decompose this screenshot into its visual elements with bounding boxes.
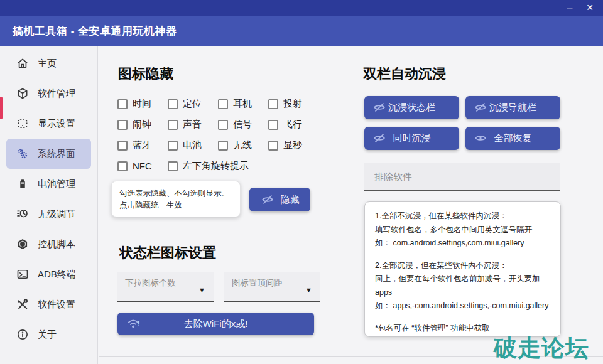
checkbox-time[interactable]: 时间 bbox=[117, 94, 168, 114]
chevron-down-icon: ▼ bbox=[198, 286, 205, 294]
sidebar-item-label: ADB终端 bbox=[38, 269, 76, 281]
remove-wifi-x-button[interactable]: ! 去除WiFi的x或! bbox=[117, 313, 314, 335]
wifi-button-label: 去除WiFi的x或! bbox=[184, 318, 248, 330]
checkbox-wireless[interactable]: 无线 bbox=[218, 135, 268, 156]
help-line: 填写软件包名，多个包名中间用英文逗号隔开 bbox=[375, 223, 550, 237]
eye-slash-icon bbox=[372, 100, 386, 114]
sidebar-item-label: 软件管理 bbox=[38, 88, 75, 100]
checkbox-location[interactable]: 定位 bbox=[168, 94, 218, 114]
checkbox-alarm[interactable]: 闹钟 bbox=[117, 114, 168, 135]
sidebar-item-label: 软件设置 bbox=[38, 299, 75, 311]
hexagon-icon bbox=[16, 238, 29, 250]
sidebar-item-stepless[interactable]: 无级调节 bbox=[6, 199, 91, 229]
sidebar-item-label: 无级调节 bbox=[38, 208, 75, 220]
immerse-statusbar-button[interactable]: 沉浸状态栏 bbox=[364, 96, 459, 119]
checkbox-battery[interactable]: 电池 bbox=[168, 135, 218, 156]
checkbox-cast[interactable]: 投射 bbox=[268, 94, 337, 114]
hide-button[interactable]: 隐藏 bbox=[249, 188, 310, 211]
checkbox-headset[interactable]: 耳机 bbox=[218, 94, 268, 114]
titlebar: – ✕ bbox=[0, 0, 603, 16]
checkbox-box[interactable] bbox=[168, 99, 178, 109]
dropdown-icon-top-spacing[interactable]: 图标置顶间距 ▼ bbox=[224, 272, 320, 302]
sidebar-item-label: 系统界面 bbox=[38, 148, 75, 160]
restore-all-button[interactable]: 全部恢复 bbox=[465, 127, 560, 150]
statusbar-settings-title: 状态栏图标设置 bbox=[119, 244, 216, 262]
checkbox-sound[interactable]: 声音 bbox=[168, 114, 218, 135]
immerse-both-button[interactable]: 同时沉浸 bbox=[364, 127, 459, 150]
eye-slash-icon bbox=[474, 100, 487, 114]
app-title: 搞机工具箱 - 全安卓通用玩机神器 bbox=[13, 16, 177, 46]
sidebar-item-label: 显示设置 bbox=[38, 118, 75, 130]
button-label: 全部恢复 bbox=[494, 132, 532, 144]
sidebar-item-label: 主页 bbox=[38, 58, 57, 70]
sidebar-item-app-settings[interactable]: 软件设置 bbox=[6, 289, 91, 319]
sidebar-item-battery[interactable]: 电池管理 bbox=[6, 169, 91, 199]
checkbox-box[interactable] bbox=[218, 141, 228, 151]
help-line: 同上，但要在每个软件包名前加减号，开头要加apps bbox=[375, 272, 550, 299]
button-label: 同时沉浸 bbox=[393, 132, 431, 144]
battery-icon bbox=[16, 178, 29, 190]
eye-slash-icon bbox=[372, 131, 386, 145]
terminal-icon bbox=[16, 268, 29, 281]
sidebar-item-label: 电池管理 bbox=[38, 178, 75, 190]
help-line: 如： com.android.settings,com.miui.gallery bbox=[375, 237, 550, 250]
exclamation-mark: ! bbox=[138, 320, 140, 328]
checkbox-box[interactable] bbox=[218, 120, 228, 130]
dropdown-label: 图标置顶间距 bbox=[232, 277, 283, 289]
close-button[interactable]: ✕ bbox=[580, 0, 599, 16]
checkbox-box[interactable] bbox=[268, 120, 278, 130]
tools-icon bbox=[16, 298, 29, 311]
exclude-apps-input[interactable] bbox=[364, 163, 560, 191]
checkbox-box[interactable] bbox=[268, 99, 278, 109]
checkbox-seconds[interactable]: 显秒 bbox=[268, 135, 337, 156]
minimize-button[interactable]: – bbox=[560, 0, 579, 16]
sidebar-item-apps[interactable]: 软件管理 bbox=[6, 78, 91, 109]
checkbox-box[interactable] bbox=[117, 120, 128, 130]
sidebar-item-home[interactable]: 主页 bbox=[6, 48, 91, 78]
sidebar-selected-accent bbox=[0, 97, 3, 119]
checkbox-box[interactable] bbox=[117, 99, 128, 109]
info-icon bbox=[16, 328, 29, 341]
checkbox-box[interactable] bbox=[268, 141, 278, 151]
checkbox-airplane[interactable]: 飞行 bbox=[268, 114, 337, 135]
hide-button-label: 隐藏 bbox=[281, 194, 300, 206]
sidebar: 主页 软件管理 显示设置 系统界面 电池管理 bbox=[0, 46, 98, 364]
button-label: 沉浸状态栏 bbox=[388, 102, 435, 114]
sidebar-item-about[interactable]: 关于 bbox=[6, 319, 91, 350]
icon-hide-title: 图标隐藏 bbox=[118, 65, 173, 83]
package-icon bbox=[16, 87, 29, 100]
eye-slash-icon bbox=[261, 193, 274, 206]
hide-note-card: 勾选表示隐藏、不勾选则显示。 点击隐藏统一生效 bbox=[111, 181, 241, 217]
checkbox-rotation-hint[interactable]: 左下角旋转提示 bbox=[168, 156, 337, 176]
sidebar-item-adb-terminal[interactable]: ADB终端 bbox=[6, 259, 91, 289]
checkbox-nfc[interactable]: NFC bbox=[117, 156, 168, 176]
checkbox-box[interactable] bbox=[117, 161, 128, 171]
checkbox-box[interactable] bbox=[117, 141, 128, 151]
immersion-help-card: 1.全部不沉浸，但在某些软件内沉浸： 填写软件包名，多个包名中间用英文逗号隔开 … bbox=[364, 201, 561, 337]
immersion-title: 双栏自动沉浸 bbox=[363, 65, 446, 83]
button-label: 沉浸导航栏 bbox=[489, 102, 536, 114]
app-window: – ✕ 搞机工具箱 - 全安卓通用玩机神器 主页 软件管理 显示设置 bbox=[0, 0, 603, 364]
sidebar-item-display[interactable]: 显示设置 bbox=[6, 109, 91, 139]
clock-tune-icon bbox=[16, 208, 29, 220]
help-line: 如： apps,-com.android.settings,-com.miui.… bbox=[375, 299, 550, 313]
icon-hide-checkbox-grid: 时间 定位 耳机 投射 闹钟 声音 信号 飞行 蓝牙 电池 无线 显秒 NFC … bbox=[117, 94, 337, 176]
sidebar-item-label: 控机脚本 bbox=[38, 238, 75, 250]
hide-note-line2: 点击隐藏统一生效 bbox=[119, 200, 232, 211]
checkbox-box[interactable] bbox=[168, 141, 178, 151]
chevron-down-icon: ▼ bbox=[305, 286, 312, 294]
dropdown-label: 下拉图标个数 bbox=[125, 277, 176, 289]
display-icon bbox=[16, 117, 29, 130]
dropdown-pulldown-icon-count[interactable]: 下拉图标个数 ▼ bbox=[117, 272, 214, 302]
immerse-navbar-button[interactable]: 沉浸导航栏 bbox=[465, 96, 560, 119]
checkbox-box[interactable] bbox=[168, 120, 178, 130]
main-content: 图标隐藏 时间 定位 耳机 投射 闹钟 声音 信号 飞行 蓝牙 电池 无线 显秒… bbox=[98, 46, 603, 364]
checkbox-box[interactable] bbox=[218, 99, 228, 109]
sidebar-item-system-ui[interactable]: 系统界面 bbox=[6, 139, 91, 169]
checkbox-box[interactable] bbox=[168, 161, 178, 171]
eye-icon bbox=[474, 131, 487, 145]
sidebar-item-script[interactable]: 控机脚本 bbox=[6, 229, 91, 259]
checkbox-bluetooth[interactable]: 蓝牙 bbox=[117, 135, 168, 156]
checkbox-signal[interactable]: 信号 bbox=[218, 114, 268, 135]
home-icon bbox=[16, 57, 29, 70]
